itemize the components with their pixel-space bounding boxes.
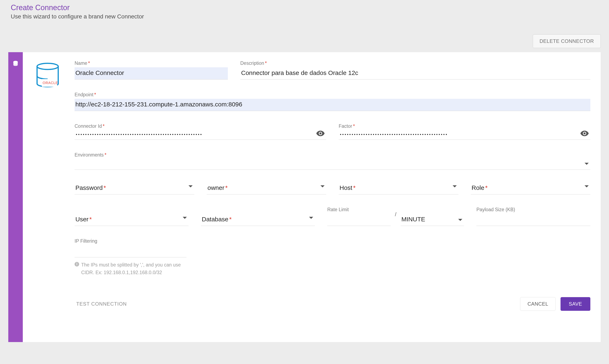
- description-label: Description*: [240, 60, 590, 66]
- connector-card: ORACLE Name* Description*: [8, 52, 601, 342]
- test-connection-button[interactable]: TEST CONNECTION: [75, 298, 128, 310]
- eye-icon[interactable]: [316, 131, 325, 137]
- save-button[interactable]: SAVE: [560, 297, 590, 311]
- connector-id-field[interactable]: [75, 130, 326, 140]
- card-body: ORACLE Name* Description*: [23, 52, 601, 342]
- endpoint-label: Endpoint*: [75, 92, 590, 98]
- name-field[interactable]: [75, 67, 228, 79]
- host-select[interactable]: Host*: [339, 182, 458, 195]
- database-select[interactable]: Database*: [201, 214, 315, 226]
- database-icon: [13, 60, 18, 342]
- connector-logo: ORACLE: [31, 60, 64, 334]
- toolbar: DELETE CONNECTOR: [8, 28, 601, 52]
- factor-field[interactable]: [339, 130, 590, 140]
- environments-label: Environments*: [75, 152, 590, 158]
- ip-filtering-field[interactable]: [75, 245, 186, 257]
- owner-select[interactable]: owner*: [207, 182, 326, 195]
- payload-size-label: Payload Size (KB): [477, 207, 590, 212]
- factor-label: Factor*: [339, 123, 590, 129]
- page-subtitle: Use this wizard to configure a brand new…: [8, 13, 601, 28]
- oracle-logo-text: ORACLE: [43, 81, 58, 85]
- name-label: Name*: [75, 60, 228, 66]
- description-field[interactable]: [240, 67, 590, 79]
- rate-limit-label: Rate Limit: [327, 207, 391, 212]
- form: Name* Description* Endpoint*: [75, 60, 590, 334]
- svg-point-1: [37, 63, 58, 70]
- info-icon: i: [75, 262, 79, 266]
- cancel-button[interactable]: CANCEL: [520, 297, 555, 311]
- user-select[interactable]: User*: [75, 214, 188, 226]
- endpoint-field[interactable]: [75, 99, 590, 111]
- rate-slash: /: [395, 211, 396, 226]
- role-select[interactable]: Role*: [471, 182, 591, 195]
- eye-icon[interactable]: [580, 131, 589, 137]
- rate-unit-select[interactable]: MINUTE: [401, 214, 464, 226]
- connector-id-label: Connector Id*: [75, 123, 326, 129]
- payload-size-field[interactable]: [477, 214, 590, 226]
- rate-limit-field[interactable]: [327, 214, 391, 226]
- ip-filtering-label: IP Filtering: [75, 238, 186, 244]
- ip-filtering-hint: i The IPs must be splitted by ',', and y…: [75, 261, 186, 276]
- page-title: Create Connector: [8, 0, 601, 13]
- password-select[interactable]: Password*: [75, 182, 194, 195]
- delete-connector-button[interactable]: DELETE CONNECTOR: [533, 34, 601, 48]
- card-accent: [8, 52, 23, 342]
- environments-select[interactable]: [75, 159, 590, 170]
